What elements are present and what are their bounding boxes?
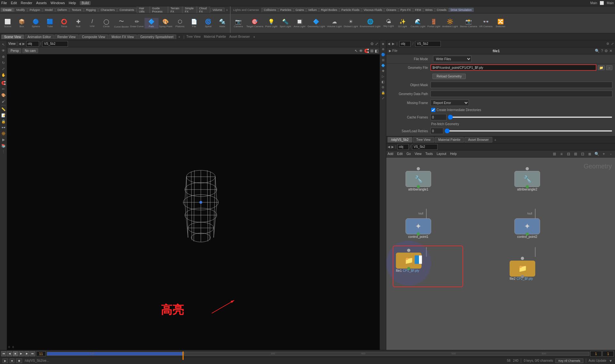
sidebar-scale[interactable]: ⤢ [1, 66, 6, 72]
ng-menu-view[interactable]: View [414, 152, 422, 156]
node-control-point2[interactable]: ✦ control_point2 [514, 218, 540, 239]
tool-gi-light[interactable]: ✨ GI Light [396, 18, 410, 28]
ng-menu-edit[interactable]: Edit [397, 152, 403, 156]
sidebar-layers[interactable]: 📚 [1, 143, 6, 149]
end-frame-input[interactable] [603, 351, 614, 357]
tl-prev-key[interactable]: ⏮ [1, 351, 6, 356]
sidebar-sim[interactable]: ▶ [1, 137, 6, 142]
tool-switcher[interactable]: 🔀 Switcher [494, 18, 508, 28]
status-rec-btn[interactable]: ⏺ [16, 359, 22, 363]
tool-file[interactable]: 📄 File [187, 18, 201, 28]
status-chevron[interactable]: ▼ [609, 359, 612, 363]
vp-btn-grid[interactable]: ⊞ [370, 49, 373, 53]
ng-menu-layout[interactable]: Layout [437, 152, 446, 156]
vp-side-icon-1[interactable]: ◈ [381, 41, 386, 46]
tab-hairutils[interactable]: Hair Utils [137, 6, 150, 13]
rp-maximize[interactable]: ⤢ [611, 42, 614, 45]
sidebar-rotate[interactable]: ↻ [1, 60, 6, 66]
sidebar-render[interactable]: 🔆 [1, 131, 6, 136]
vp-persp-btn[interactable]: Persp [8, 48, 21, 53]
nav-next[interactable]: ▶ [22, 42, 25, 45]
tab-more[interactable]: + [225, 8, 229, 12]
file2-body[interactable]: 📁 [510, 261, 535, 277]
tool-stereo-camera[interactable]: 📸 Stereo Camera [459, 18, 478, 28]
node-control-point1[interactable]: ✦ control_point1 [406, 218, 431, 239]
tab-create[interactable]: Create [1, 8, 14, 12]
missing-frame-select[interactable]: Report Error Ignore [430, 100, 469, 106]
vp-side-icon-2[interactable]: ⊕ [381, 46, 386, 52]
vp-tab-composite-view[interactable]: Composite View [79, 35, 108, 39]
ng-menu-add[interactable]: Add [388, 152, 393, 156]
tool-caustic-light[interactable]: 🌊 Caustic Light [410, 18, 426, 28]
vp-btn-select[interactable]: ↖ [355, 49, 358, 53]
menu-edit[interactable]: Edit [11, 1, 17, 5]
vp-tab-add[interactable]: + [177, 35, 181, 39]
cache-frames-value[interactable] [430, 114, 447, 120]
tl-next-key[interactable]: ⏭ [30, 351, 35, 356]
vp-tab-animation-editor[interactable]: Animation Editor [25, 35, 54, 39]
ng-icon-4[interactable]: ⊞ [573, 151, 578, 157]
tool-tube[interactable]: 🟦 Tube [43, 18, 57, 28]
tl-play[interactable]: ▶ [19, 351, 24, 356]
sidebar-lock[interactable]: 🔒 [1, 118, 6, 124]
param-close-icon[interactable]: ✕ [609, 49, 612, 53]
ng-icon-6[interactable]: ≣ [587, 151, 593, 157]
vp-tab-render-view[interactable]: Render View [54, 35, 78, 39]
status-play-btn[interactable]: ▶ [3, 359, 8, 363]
tool-spot-light[interactable]: 🔦 Spot Light [278, 18, 292, 28]
ng-icon-zoom-in[interactable]: + [601, 151, 607, 157]
tab-cloudfx[interactable]: Cloud FX [197, 6, 210, 13]
vp-side-icon-6[interactable]: ✚ [381, 68, 386, 73]
tool-platonic[interactable]: ⬡ Platonic [173, 18, 187, 28]
tool-scene[interactable]: ⬜ Scene [1, 18, 15, 28]
tool-path[interactable]: 🔷 Path [144, 18, 159, 28]
tool-portal-light[interactable]: 🚪 Portal Light [426, 18, 441, 28]
tab-rigid-bodies[interactable]: Rigid Bodies [319, 8, 339, 12]
viewport-scene[interactable]: 高亮 0 0 [7, 54, 380, 350]
file-mode-select[interactable]: Write Files Read Files [433, 56, 472, 62]
vp-side-icon-11[interactable]: ⤢ [381, 95, 386, 101]
ng-nav-prev[interactable]: ◀ [388, 145, 390, 149]
vp-side-icon-5[interactable]: 🔷 [381, 63, 386, 68]
tab-oceans[interactable]: Oceans [384, 8, 398, 12]
tool-spiral[interactable]: 🌀 Spiral [201, 18, 215, 28]
sidebar-vis[interactable]: 👓 [1, 125, 6, 130]
sidebar-more[interactable]: ⋮ [1, 149, 6, 155]
sidebar-snap[interactable]: 🧲 [1, 80, 6, 86]
tl-stop[interactable]: ■ [13, 351, 18, 356]
object-mask-input[interactable] [430, 82, 612, 88]
reload-geometry-btn[interactable]: Reload Geometry [432, 74, 466, 79]
geometry-file-arrow-btn[interactable]: → [606, 65, 612, 70]
tool-camera[interactable]: 📷 Camera [231, 18, 245, 28]
sidebar-measure[interactable]: 📏 [1, 106, 6, 112]
ng-icon-7[interactable]: 🔍 [594, 151, 600, 157]
tool-draw-curve[interactable]: ✏ Draw Curve [129, 18, 144, 28]
cache-frames-slider[interactable] [448, 117, 612, 118]
tab-crowds[interactable]: Crowds [435, 8, 449, 12]
aw2-body[interactable]: 🔧 [514, 171, 540, 187]
tl-step-fwd[interactable]: ▶ [24, 351, 29, 356]
param-gear-icon[interactable]: ⚙ [604, 49, 608, 53]
tool-circle[interactable]: ◯ Circle [99, 18, 113, 28]
menu-assets[interactable]: Assets [36, 1, 47, 5]
tab-particle-fluids[interactable]: Particle Fluids [340, 8, 362, 12]
menu-render[interactable]: Render [21, 1, 32, 5]
tool-environment-light[interactable]: 🌐 Environment Light [359, 18, 381, 28]
tab-drive-simulation[interactable]: Drive Simulation [449, 8, 474, 12]
rp-obj-input[interactable] [399, 41, 411, 47]
ng-menu-tools[interactable]: Tools [425, 152, 433, 156]
tab-wires[interactable]: Wires [423, 8, 435, 12]
ng-scene-input[interactable] [412, 144, 438, 150]
tool-distant-light[interactable]: ☀ Distant Light [343, 18, 359, 28]
nav-prev[interactable]: ◀ [19, 42, 21, 45]
tool-null[interactable]: ✚ Null [71, 18, 85, 28]
ng-menu-help[interactable]: Help [450, 152, 457, 156]
ng-icon-5[interactable]: ⊡ [580, 151, 586, 157]
rp-nav-next[interactable]: ▶ [392, 42, 395, 45]
node-canvas[interactable]: Geometry [386, 158, 615, 350]
vp-tab-geometry-spreadsheet[interactable]: Geometry Spreadsheet [137, 35, 176, 39]
timeline-track[interactable]: 100 200 300 400 500 600 [47, 352, 589, 356]
tab-rigging[interactable]: Rigging [84, 8, 98, 12]
tool-spray-paint[interactable]: 🎨 Spray Paint [159, 18, 173, 28]
rp-nav-prev[interactable]: ◀ [388, 42, 390, 45]
